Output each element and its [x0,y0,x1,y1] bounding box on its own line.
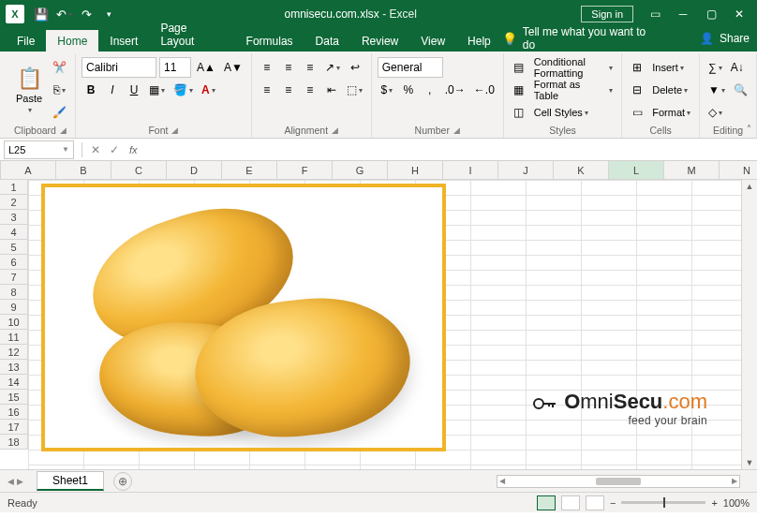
align-right-icon[interactable]: ≡ [301,80,319,100]
font-launcher-icon[interactable]: ◢ [171,126,178,135]
col-header-D[interactable]: D [167,161,222,179]
sign-in-button[interactable]: Sign in [581,6,633,22]
new-sheet-button[interactable]: ⊕ [113,472,132,491]
tellme-input[interactable]: Tell me what you want to do [523,25,661,52]
col-header-A[interactable]: A [1,161,56,179]
row-header-14[interactable]: 14 [0,375,28,390]
format-cell-icon[interactable]: ▭ [628,102,646,123]
fill-icon[interactable]: ▼ [705,80,728,100]
cut-icon[interactable]: ✂️ [50,57,69,78]
clipboard-launcher-icon[interactable]: ◢ [60,126,67,135]
format-button[interactable]: Format [649,102,693,123]
ribbon-options-icon[interactable]: ▭ [641,3,669,25]
align-left-icon[interactable]: ≡ [258,80,276,100]
tab-home[interactable]: Home [46,30,98,52]
format-painter-icon[interactable]: 🖌️ [50,102,69,123]
col-header-B[interactable]: B [56,161,111,179]
col-header-M[interactable]: M [664,161,720,179]
formula-input[interactable] [143,140,757,159]
collapse-ribbon-icon[interactable]: ˄ [747,124,751,134]
col-header-E[interactable]: E [222,161,277,179]
sort-filter-icon[interactable]: A↓ [728,57,747,78]
accounting-icon[interactable]: $ [378,80,396,100]
sheet-nav-next-icon[interactable]: ▶ [17,477,23,486]
cells-area[interactable]: OmniSecu.com feed your brain [28,180,741,469]
number-launcher-icon[interactable]: ◢ [453,126,460,135]
page-break-view-icon[interactable] [586,495,604,510]
autosum-icon[interactable]: ∑ [705,57,725,78]
indent-dec-icon[interactable]: ⇤ [322,80,341,100]
row-header-11[interactable]: 11 [0,330,28,345]
align-center-icon[interactable]: ≡ [279,80,298,100]
row-header-12[interactable]: 12 [0,345,28,360]
tab-formulas[interactable]: Formulas [235,30,304,52]
row-header-4[interactable]: 4 [0,225,28,240]
align-top-icon[interactable]: ≡ [258,57,276,78]
increase-decimal-icon[interactable]: .0→ [442,80,468,100]
insert-cell-icon[interactable]: ⊞ [628,57,646,78]
cell-styles-icon[interactable]: ◫ [510,102,528,123]
paste-button[interactable]: 📋Paste [11,63,47,117]
row-header-17[interactable]: 17 [0,420,28,435]
maximize-button[interactable]: ▢ [697,3,725,25]
cond-format-icon[interactable]: ▤ [510,57,528,78]
col-header-G[interactable]: G [333,161,388,179]
vertical-scrollbar[interactable]: ▲▼ [741,180,757,469]
row-header-7[interactable]: 7 [0,270,28,285]
row-header-10[interactable]: 10 [0,315,28,330]
row-header-18[interactable]: 18 [0,435,28,450]
qat-undo-icon[interactable]: ↶ [52,3,75,25]
sheet-nav-prev-icon[interactable]: ◀ [7,477,14,486]
borders-icon[interactable]: ▦ [146,80,168,100]
col-header-H[interactable]: H [388,161,443,179]
comma-icon[interactable]: , [421,80,439,100]
row-header-9[interactable]: 9 [0,300,28,315]
page-layout-view-icon[interactable] [561,495,580,510]
zoom-slider[interactable] [621,501,705,504]
row-header-6[interactable]: 6 [0,255,28,270]
col-header-F[interactable]: F [277,161,333,179]
col-header-N[interactable]: N [720,161,757,179]
alignment-launcher-icon[interactable]: ◢ [332,126,338,135]
row-header-5[interactable]: 5 [0,240,28,255]
delete-button[interactable]: Delete [649,80,690,100]
merge-icon[interactable]: ⬚ [344,80,365,100]
row-header-13[interactable]: 13 [0,360,28,375]
row-header-16[interactable]: 16 [0,405,28,420]
name-box[interactable]: L25▼ [4,140,74,159]
share-button[interactable]: Share [720,32,750,45]
tab-file[interactable]: File [6,30,46,52]
grow-font-icon[interactable]: A▲ [194,57,218,78]
row-header-3[interactable]: 3 [0,210,28,225]
row-header-2[interactable]: 2 [0,195,28,210]
wrap-text-icon[interactable]: ↩ [346,57,364,78]
cell-styles-button[interactable]: Cell Styles [531,102,591,123]
row-header-1[interactable]: 1 [0,180,28,195]
shrink-font-icon[interactable]: A▼ [221,57,245,78]
qat-save-icon[interactable]: 💾 [30,3,52,25]
tab-review[interactable]: Review [350,30,409,52]
align-middle-icon[interactable]: ≡ [279,57,298,78]
horizontal-scrollbar[interactable]: ◀▶ [497,475,740,488]
italic-button[interactable]: I [103,80,122,100]
tab-pagelayout[interactable]: Page Layout [149,17,234,52]
orientation-icon[interactable]: ↗ [322,57,343,78]
sheet-tab-1[interactable]: Sheet1 [37,471,104,491]
row-header-15[interactable]: 15 [0,390,28,405]
bold-button[interactable]: B [82,80,100,100]
cond-format-button[interactable]: Conditional Formatting [531,57,616,78]
copy-icon[interactable]: ⎘ [50,80,69,100]
tab-view[interactable]: View [409,30,456,52]
find-icon[interactable]: 🔍 [731,80,750,100]
percent-icon[interactable]: % [399,80,418,100]
select-all-corner[interactable] [0,161,1,179]
zoom-in-button[interactable]: + [711,497,717,509]
zoom-out-button[interactable]: − [610,497,616,509]
row-header-8[interactable]: 8 [0,285,28,300]
underline-button[interactable]: U [125,80,143,100]
col-header-C[interactable]: C [111,161,167,179]
decrease-decimal-icon[interactable]: ←.0 [471,80,497,100]
enter-formula-icon[interactable]: ✓ [105,140,124,159]
tab-data[interactable]: Data [304,30,350,52]
tab-help[interactable]: Help [456,30,502,52]
